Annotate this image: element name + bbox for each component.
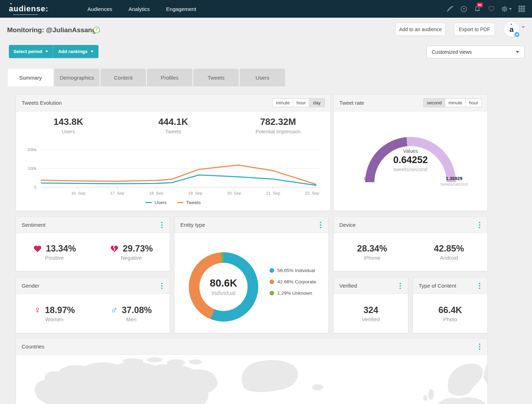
tab-content[interactable]: Content — [101, 69, 146, 86]
export-pdf-button[interactable]: Export to PDF — [454, 23, 495, 36]
stat-label: Users — [16, 129, 121, 134]
toggle-option-day[interactable]: day — [309, 98, 325, 107]
legend-label: Users — [154, 200, 166, 205]
favorites-heart-icon[interactable] — [487, 5, 495, 13]
svg-text:18. Sep: 18. Sep — [149, 191, 163, 195]
svg-text:200k: 200k — [28, 148, 36, 152]
main-menu: AudiencesAnalyticsEngagement — [87, 6, 196, 12]
add-rankings-button[interactable]: Add rankings — [53, 45, 98, 58]
select-period-button[interactable]: Select period — [9, 45, 53, 58]
stat-label: Potential Impression — [226, 129, 330, 134]
android-label: Android — [440, 255, 458, 261]
men-label: Men — [126, 316, 136, 322]
women-label: Women — [45, 316, 63, 322]
top-nav: audiense: AudiencesAnalyticsEngagement ?… — [0, 0, 532, 18]
kebab-menu-icon[interactable] — [477, 220, 482, 230]
legend-dot — [270, 291, 274, 295]
customized-views-select[interactable]: Customized views — [426, 46, 525, 58]
account-avatar[interactable]: a — [504, 22, 519, 37]
tab-profiles[interactable]: Profiles — [147, 69, 192, 86]
notifications-bell-icon[interactable]: 95 — [474, 5, 481, 13]
broken-heart-icon — [110, 244, 119, 253]
gauge-min-label: 0 — [364, 177, 367, 181]
nav-item-audiences[interactable]: Audiences — [87, 6, 112, 12]
type-of-content-header: Type of Content — [413, 278, 487, 294]
device-panel: Device 28.34% iPhone 42.85% Android — [333, 217, 488, 271]
legend-item-individual[interactable]: 56.05% Individual — [270, 268, 316, 273]
chart-legend: UsersTweets — [16, 200, 330, 205]
kebab-menu-icon[interactable] — [398, 281, 402, 290]
action-button-group: Select period Add rankings — [9, 45, 98, 58]
verified-label: Verified — [362, 316, 380, 322]
page: audiense: AudiencesAnalyticsEngagement ?… — [0, 0, 532, 404]
kebab-menu-icon[interactable] — [477, 281, 482, 290]
page-title: Monitoring: @JulianAssange — [7, 26, 100, 34]
tab-tweets[interactable]: Tweets — [193, 69, 239, 86]
account-caret-icon[interactable] — [521, 28, 525, 35]
legend-label: 42.66% Corporate — [277, 279, 316, 284]
stat-value: 143.8K — [16, 116, 121, 127]
add-to-audience-button[interactable]: Add to an audience — [395, 23, 446, 36]
kebab-menu-icon[interactable] — [160, 281, 164, 290]
men-stat: ♂ 37.08% Men — [93, 305, 170, 322]
toggle-option-second[interactable]: second — [423, 98, 445, 107]
legend-dot — [270, 268, 274, 273]
kebab-menu-icon[interactable] — [318, 220, 323, 230]
toggle-option-minute[interactable]: minute — [272, 98, 293, 107]
female-icon: ♀ — [34, 305, 41, 315]
panel-title: Countries — [22, 344, 44, 350]
kebab-menu-icon[interactable] — [477, 342, 482, 351]
positive-label: Positive — [45, 255, 64, 261]
donut-center-label: Individual — [211, 290, 236, 296]
legend-item-tweets[interactable]: Tweets — [177, 200, 200, 205]
kebab-menu-icon[interactable] — [160, 220, 164, 230]
panel-title: Sentiment — [22, 222, 46, 228]
entity-type-panel: Entity type 80.6K Individual 56.05% Indi… — [174, 217, 329, 333]
legend-label: 56.05% Individual — [277, 268, 315, 273]
tweets-evolution-panel: Tweets Evolution minutehourday 143.8K Us… — [16, 94, 331, 211]
nav-item-analytics[interactable]: Analytics — [129, 6, 150, 12]
caret-down-icon — [45, 51, 48, 52]
sentiment-panel: Sentiment 13.34% Positive 29.73% — [16, 217, 170, 271]
men-value: 37.08% — [122, 305, 152, 315]
svg-text:19. Sep: 19. Sep — [188, 191, 202, 195]
women-stat: ♀ 18.97% Women — [16, 305, 93, 322]
legend-item-corporate[interactable]: 42.66% Corporate — [270, 279, 316, 284]
brand-logo[interactable]: audiense: — [9, 4, 49, 13]
apps-grid-icon[interactable] — [518, 5, 526, 13]
gauge-max-unit: tweets/second — [426, 182, 482, 187]
negative-value: 29.73% — [123, 243, 153, 254]
legend-item-users[interactable]: Users — [146, 200, 166, 205]
nav-item-engagement[interactable]: Engagement — [166, 6, 196, 12]
gender-header: Gender — [16, 278, 170, 294]
legend-label: 1.29% Unknown — [277, 290, 312, 296]
legend-swatch — [177, 202, 183, 203]
toggle-option-minute[interactable]: minute — [445, 98, 466, 107]
android-stat: 42.85% Android — [411, 243, 487, 261]
help-icon[interactable]: ? — [460, 5, 468, 13]
tab-summary[interactable]: Summary — [8, 69, 53, 86]
stat-value: 782.32M — [226, 116, 330, 127]
iphone-stat: 28.34% iPhone — [334, 243, 411, 261]
tweets-evolution-header: Tweets Evolution minutehourday — [16, 94, 330, 111]
sentiment-header: Sentiment — [16, 217, 170, 233]
negative-stat: 29.73% Negative — [93, 243, 170, 261]
tab-bar: SummaryDemographicsContentProfilesTweets… — [8, 69, 285, 86]
tab-demographics[interactable]: Demographics — [54, 69, 100, 86]
stat-label: Tweets — [121, 129, 226, 134]
gender-panel: Gender ♀ 18.97% Women ♂ 37.08% Men — [16, 277, 170, 333]
svg-text:20. Sep: 20. Sep — [227, 191, 241, 195]
legend-item-unknown[interactable]: 1.29% Unknown — [270, 290, 316, 296]
panel-title: Tweets Evolution — [22, 100, 62, 106]
compose-quill-icon[interactable] — [446, 5, 454, 13]
svg-text:0: 0 — [34, 185, 36, 189]
settings-gear-icon[interactable] — [501, 5, 512, 13]
world-map — [16, 355, 487, 404]
svg-text:17. Sep: 17. Sep — [110, 191, 124, 195]
toggle-option-hour[interactable]: hour — [466, 98, 482, 107]
notification-badge: 95 — [477, 2, 483, 7]
tab-users[interactable]: Users — [240, 69, 285, 86]
monitoring-help-icon[interactable]: ? — [93, 27, 100, 33]
toggle-option-hour[interactable]: hour — [293, 98, 309, 107]
verified-body: 324 Verified — [334, 294, 408, 333]
